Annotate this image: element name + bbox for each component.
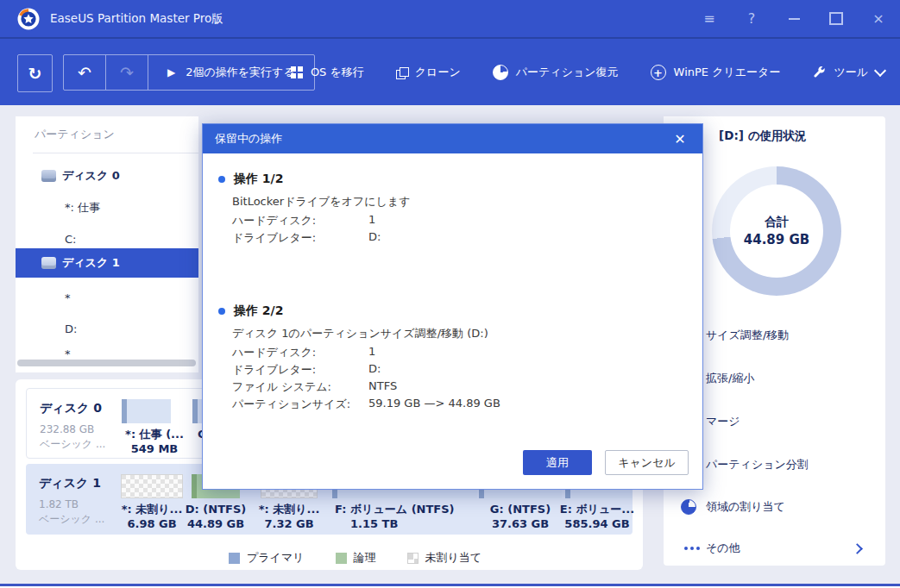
refresh-button[interactable]: ↻	[17, 54, 53, 92]
menu-item-label: マージ	[706, 414, 740, 429]
undo-button[interactable]: ↶	[64, 55, 105, 90]
sidebar-item-label: C:	[65, 233, 76, 246]
legend-item-unallocated: 未割り当て	[407, 550, 482, 566]
window-bottom-border	[0, 584, 900, 588]
dialog-title: 保留中の操作	[215, 131, 282, 147]
partition-tree-header: パーティション	[35, 127, 115, 142]
partition-size: 44.89 GB	[181, 516, 250, 531]
clone-icon	[396, 67, 407, 78]
sidebar-item-label: ディスク 0	[62, 168, 120, 184]
plus-circle-icon: +	[651, 65, 666, 80]
partition-block[interactable]	[122, 399, 171, 423]
window-controls: ≡ ? ×	[700, 0, 888, 37]
partition-label: E: ボリュー... 585.94 GB	[559, 502, 635, 531]
pending-operations-dialog: 保留中の操作 ✕ 操作 1/2 BitLockerドライブをオフにします ハード…	[202, 123, 703, 490]
easeus-logo-icon	[17, 8, 40, 30]
legend-label: 論理	[354, 550, 376, 566]
execute-operations-label: 2個の操作を実行する	[186, 65, 295, 80]
disk-size: 1.82 TB	[39, 498, 79, 510]
partition-label: *: 未割り... 7.32 GB	[254, 502, 324, 531]
sidebar-item-disk1[interactable]: ディスク 1	[16, 248, 198, 278]
maximize-button[interactable]	[827, 9, 846, 28]
tools-label: ツール	[834, 65, 868, 80]
cancel-button[interactable]: キャンセル	[605, 450, 689, 475]
bullet-icon	[218, 176, 225, 183]
sidebar-item-partition-d[interactable]: D:	[16, 313, 198, 344]
detail-label: ハードディスク:	[232, 213, 368, 228]
usage-panel-title: [D:] の使用状況	[719, 128, 806, 144]
minimize-icon	[789, 18, 800, 20]
partition-size: 585.94 GB	[559, 516, 635, 531]
titlebar: EaseUS Partition Master Pro版 ≡ ? ×	[0, 0, 900, 37]
detail-label: ファイル システム:	[232, 379, 368, 395]
menu-item-label: 領域の割り当て	[706, 499, 785, 515]
operation-detail-row: ドライブレター: D:	[232, 362, 381, 378]
tools-menu-button[interactable]: ツール	[812, 65, 884, 80]
partition-block[interactable]	[121, 474, 183, 498]
operation-detail-row: パーティションサイズ: 59.19 GB —> 44.89 GB	[232, 397, 500, 412]
allocate-pie-icon	[681, 499, 696, 515]
dialog-header[interactable]: 保留中の操作 ✕	[203, 124, 702, 153]
unallocated-swatch-icon	[407, 553, 419, 564]
detail-value: D:	[368, 230, 381, 246]
clone-label: クローン	[415, 65, 461, 80]
migrate-os-button[interactable]: OS を移行	[291, 65, 364, 80]
menu-item-more[interactable]: その他	[664, 535, 885, 562]
operation-detail-row: ドライブレター: D:	[232, 230, 381, 246]
legend-item-primary: プライマリ	[229, 550, 305, 566]
pie-chart-icon	[493, 65, 508, 80]
donut-center-value: 44.89 GB	[744, 232, 809, 247]
menu-icon[interactable]: ≡	[700, 9, 719, 28]
detail-value: 1	[368, 213, 375, 228]
horizontal-scrollbar[interactable]	[17, 360, 196, 366]
legend-item-logical: 論理	[336, 550, 376, 566]
sidebar-item-disk0[interactable]: ディスク 0	[16, 160, 198, 192]
menu-item-label: サイズ調整/移動	[706, 328, 789, 343]
sidebar-item-label: *	[65, 347, 71, 360]
winpe-creator-label: WinPE クリエーター	[674, 65, 781, 80]
menu-item-label: その他	[706, 541, 740, 556]
partition-size: 37.63 GB	[479, 516, 562, 531]
sidebar-item-label: D:	[65, 322, 77, 335]
partition-recovery-button[interactable]: パーティション復元	[493, 65, 619, 80]
menu-item-allocate-space[interactable]: 領域の割り当て	[664, 493, 885, 521]
sidebar-item-label: *: 仕事	[65, 200, 100, 216]
partition-name: G: (NTFS)	[479, 502, 562, 516]
operation-2-heading: 操作 2/2	[218, 303, 283, 319]
wrench-icon	[812, 66, 826, 79]
partition-label: D: (NTFS) 44.89 GB	[181, 502, 250, 531]
partition-name: D: (NTFS)	[181, 502, 250, 516]
disk-name: ディスク 1	[39, 476, 101, 491]
execute-operations-button[interactable]: ▶ 2個の操作を実行する	[148, 55, 314, 90]
clone-button[interactable]: クローン	[396, 65, 461, 80]
dialog-close-icon[interactable]: ✕	[668, 124, 692, 153]
sidebar-item-partition-star1[interactable]: *	[16, 282, 198, 313]
divider	[33, 153, 198, 153]
help-icon[interactable]: ?	[742, 9, 761, 28]
apply-button[interactable]: 適用	[523, 450, 592, 475]
detail-value: D:	[368, 362, 381, 378]
operation-heading-label: 操作 2/2	[234, 303, 283, 319]
detail-value: 1	[368, 345, 375, 360]
winpe-creator-button[interactable]: + WinPE クリエーター	[651, 65, 781, 80]
operation-heading-label: 操作 1/2	[234, 172, 283, 187]
partition-size: 1.15 TB	[335, 516, 480, 531]
close-button[interactable]: ×	[869, 9, 888, 28]
migrate-os-icon	[291, 66, 303, 78]
menu-item-label: 拡張/縮小	[706, 371, 754, 386]
minimize-button[interactable]	[784, 9, 803, 28]
sidebar-item-partition-work[interactable]: *: 仕事	[16, 192, 198, 223]
operation-detail-row: ハードディスク: 1	[232, 345, 375, 360]
donut-center-label: 合計	[765, 215, 789, 230]
partition-recovery-label: パーティション復元	[516, 65, 619, 80]
undo-redo-execute-group: ↶ ↷ ▶ 2個の操作を実行する	[63, 54, 315, 91]
redo-button[interactable]: ↷	[106, 55, 148, 90]
redo-icon: ↷	[120, 63, 134, 82]
partition-name: F: ボリューム (NTFS)	[335, 502, 480, 516]
legend-label: プライマリ	[247, 550, 305, 566]
operation-2-description: ディスク 1のパーティションサイズ調整/移動 (D:)	[232, 326, 488, 341]
migrate-os-label: OS を移行	[311, 65, 364, 80]
disk-usage-donut-chart: 合計 44.89 GB	[712, 166, 841, 296]
bullet-icon	[218, 308, 225, 315]
partition-size: 6.98 GB	[112, 516, 192, 531]
